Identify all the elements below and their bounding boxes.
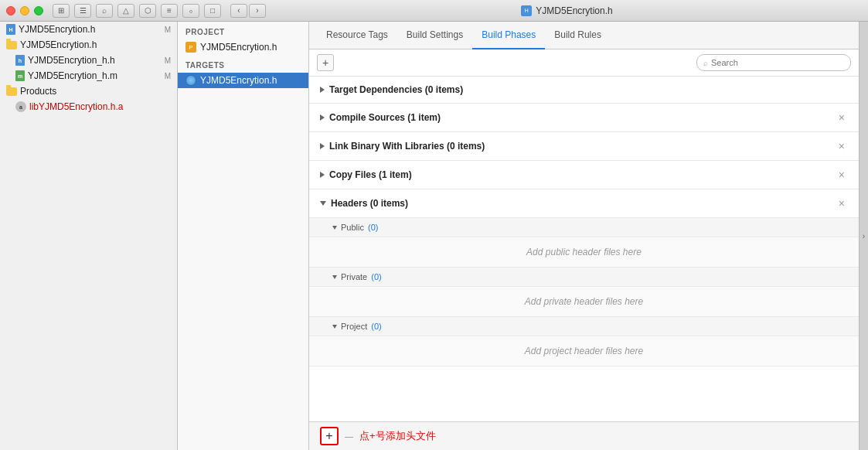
project-icon: P: [186, 42, 196, 53]
expand-icon-project-sub: [332, 325, 337, 329]
subgroup-private-count: (0): [371, 272, 381, 281]
phase-close-headers[interactable]: ×: [836, 197, 848, 210]
phase-copy-files: Copy Files (1 item) ×: [309, 161, 859, 189]
search-icon[interactable]: ⌕: [96, 4, 113, 18]
file-label-h: YJMD5Encrytion_h.h: [28, 55, 162, 66]
phase-target-dependencies: Target Dependencies (0 items): [309, 77, 859, 104]
annotation-text: 点+号添加头文件: [359, 429, 436, 443]
expand-icon-public: [332, 226, 337, 230]
project-panel: PROJECT P YJMD5Encrytion.h TARGETS YJMD5…: [178, 22, 309, 450]
m-file-icon: m: [15, 70, 25, 81]
file-label-m: YJMD5Encrytion_h.m: [28, 70, 162, 81]
main-content: H YJMD5Encrytion.h M YJMD5Encrytion.h h …: [0, 22, 868, 450]
tab-resource-tags[interactable]: Resource Tags: [317, 22, 397, 49]
tab-build-settings[interactable]: Build Settings: [397, 22, 472, 49]
right-sidebar-toggle[interactable]: ›: [859, 22, 868, 450]
file-label-products: Products: [20, 86, 171, 97]
project-sub-empty-text: Add project header files here: [525, 346, 643, 356]
warning-icon[interactable]: △: [117, 4, 134, 18]
forward-button[interactable]: ›: [249, 4, 266, 18]
phase-close-link[interactable]: ×: [836, 140, 848, 152]
tag-icon[interactable]: ⬦: [182, 4, 199, 18]
file-badge-m: M: [165, 72, 171, 80]
phase-close-copy[interactable]: ×: [836, 169, 848, 181]
search-input[interactable]: [711, 58, 844, 67]
private-empty-area: Add private header files here: [309, 287, 859, 316]
folder-icon: [6, 41, 17, 49]
grid-icon[interactable]: ⊞: [53, 4, 70, 18]
search-box[interactable]: ⌕: [696, 54, 851, 71]
subgroup-private-header[interactable]: Private (0): [309, 267, 859, 287]
targets-section-header: TARGETS: [178, 55, 308, 73]
table-icon[interactable]: ☰: [74, 4, 91, 18]
minimize-button[interactable]: [20, 6, 29, 15]
public-empty-text: Add public header files here: [526, 247, 642, 257]
file-badge-h: M: [165, 56, 171, 65]
project-section-header: PROJECT: [178, 22, 308, 39]
file-item-root[interactable]: H YJMD5Encrytion.h M: [0, 22, 177, 37]
expand-icon-link: [320, 143, 325, 149]
phase-header-headers[interactable]: Headers (0 items) ×: [309, 189, 859, 217]
title-text: YJMD5Encrytion.h: [536, 5, 612, 16]
panel-target-label: YJMD5Encrytion.h: [200, 75, 277, 86]
diamond-icon[interactable]: ⬡: [139, 4, 156, 18]
toolbar-icons: ⊞ ☰ ⌕ △ ⬡ ≡ ⬦ □: [53, 4, 221, 18]
public-empty-area: Add public header files here: [309, 237, 859, 267]
target-icon: [186, 75, 196, 86]
file-navigator: H YJMD5Encrytion.h M YJMD5Encrytion.h h …: [0, 22, 178, 450]
maximize-button[interactable]: [34, 6, 43, 15]
file-label-root: YJMD5Encrytion.h: [19, 24, 162, 35]
phase-headers: Headers (0 items) × Public (0) Add publi…: [309, 189, 859, 366]
window-title: H YJMD5Encrytion.h: [272, 5, 862, 16]
phase-add-button[interactable]: +: [317, 54, 334, 71]
private-empty-text: Add private header files here: [525, 296, 643, 307]
file-badge-root: M: [165, 26, 171, 34]
build-area: Resource Tags Build Settings Build Phase…: [309, 22, 859, 450]
subgroup-public-count: (0): [368, 223, 378, 232]
a-file-icon: a: [15, 101, 26, 112]
phase-header-copy[interactable]: Copy Files (1 item) ×: [309, 161, 859, 189]
file-label-lib: libYJMD5Encrytion.h.a: [29, 101, 171, 112]
phase-header-compile[interactable]: Compile Sources (1 item) ×: [309, 104, 859, 131]
file-item-m[interactable]: m YJMD5Encrytion_h.m M: [0, 68, 177, 84]
panel-project-item[interactable]: P YJMD5Encrytion.h: [178, 39, 308, 55]
list-icon[interactable]: ≡: [161, 4, 178, 18]
window-controls: [6, 6, 43, 15]
headers-body: Public (0) Add public header files here …: [309, 217, 859, 366]
expand-icon-copy: [320, 172, 325, 178]
file-item-folder[interactable]: YJMD5Encrytion.h: [0, 37, 177, 53]
products-folder-icon: [6, 87, 17, 96]
file-item-lib[interactable]: a libYJMD5Encrytion.h.a: [0, 99, 177, 114]
message-icon[interactable]: □: [204, 4, 221, 18]
subgroup-public-header[interactable]: Public (0): [309, 217, 859, 237]
h-sub-file-icon: h: [15, 55, 25, 66]
expand-icon-headers: [320, 201, 326, 206]
bottom-add-button[interactable]: +: [320, 427, 339, 445]
phase-link-binary: Link Binary With Libraries (0 items) ×: [309, 132, 859, 161]
expand-icon-target-deps: [320, 87, 325, 93]
phase-title-compile: Compile Sources (1 item): [329, 112, 831, 123]
phase-title-copy: Copy Files (1 item): [329, 169, 831, 180]
phase-header-target-deps[interactable]: Target Dependencies (0 items): [309, 77, 859, 103]
search-input-icon: ⌕: [703, 59, 708, 67]
subgroup-project-header[interactable]: Project (0): [309, 316, 859, 336]
file-type-icon: H: [521, 5, 532, 16]
build-tabs: Resource Tags Build Settings Build Phase…: [309, 22, 859, 49]
phase-close-compile[interactable]: ×: [836, 111, 848, 124]
build-phases-content: Target Dependencies (0 items) Compile So…: [309, 77, 859, 421]
file-item-h[interactable]: h YJMD5Encrytion_h.h M: [0, 53, 177, 68]
phase-compile-sources: Compile Sources (1 item) ×: [309, 104, 859, 132]
h-file-icon: H: [6, 24, 15, 35]
panel-project-label: YJMD5Encrytion.h: [200, 42, 277, 53]
phase-title-headers: Headers (0 items): [331, 198, 831, 209]
phase-header-link[interactable]: Link Binary With Libraries (0 items) ×: [309, 132, 859, 160]
tab-build-rules[interactable]: Build Rules: [545, 22, 611, 49]
panel-target-item[interactable]: YJMD5Encrytion.h: [178, 73, 308, 88]
back-button[interactable]: ‹: [230, 4, 247, 18]
build-toolbar: + ⌕: [309, 49, 859, 77]
phase-title-target-deps: Target Dependencies (0 items): [329, 84, 848, 95]
file-item-products[interactable]: Products: [0, 84, 177, 99]
tab-build-phases[interactable]: Build Phases: [472, 22, 545, 49]
close-button[interactable]: [6, 6, 15, 15]
subgroup-public-title: Public: [341, 223, 364, 232]
